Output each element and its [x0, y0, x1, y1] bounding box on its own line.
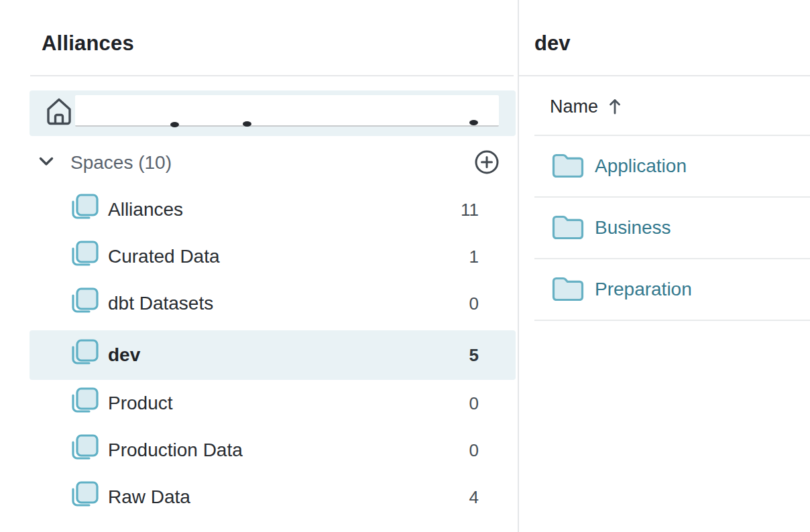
- home-icon: [45, 96, 73, 131]
- folder-list: Application Business Preparation: [534, 136, 810, 321]
- space-item-count: 11: [461, 200, 479, 220]
- home-row[interactable]: [30, 90, 516, 136]
- space-item-label: Product: [108, 393, 173, 414]
- space-item-label: Raw Data: [108, 486, 190, 508]
- chevron-down-icon[interactable]: [39, 157, 54, 169]
- folder-link[interactable]: Business: [595, 217, 671, 239]
- space-icon: [69, 339, 99, 371]
- folder-row-application[interactable]: Application: [534, 136, 810, 198]
- space-item-production-data[interactable]: Production Data 0: [30, 427, 516, 474]
- space-item-alliances[interactable]: Alliances 11: [30, 186, 516, 233]
- name-header-label: Name: [550, 96, 598, 117]
- sidebar-title: Alliances: [42, 31, 134, 56]
- space-icon: [69, 194, 99, 226]
- space-item-product[interactable]: Product 0: [30, 380, 516, 427]
- redaction-descender: [243, 121, 251, 127]
- space-icon: [69, 481, 99, 513]
- panel-title-divider: [519, 75, 810, 76]
- space-item-count: 5: [469, 345, 479, 366]
- space-icon: [69, 387, 99, 419]
- space-item-dbt-datasets[interactable]: dbt Datasets 0: [30, 280, 516, 327]
- sidebar: Alliances Spaces (10): [0, 0, 518, 532]
- space-item-label: dev: [108, 344, 140, 366]
- space-item-label: Production Data: [108, 440, 243, 461]
- space-item-count: 0: [469, 293, 479, 314]
- space-item-label: dbt Datasets: [108, 293, 213, 314]
- redacted-home-label: [75, 95, 499, 127]
- space-item-count: 0: [469, 393, 479, 414]
- space-item-dev[interactable]: dev 5: [30, 330, 516, 380]
- space-item-curated-data[interactable]: Curated Data 1: [30, 233, 516, 280]
- folder-link[interactable]: Preparation: [595, 279, 692, 300]
- space-list: Alliances 11 Curated Data 1: [30, 186, 516, 521]
- sort-ascending-icon: [608, 97, 622, 116]
- spaces-section-label[interactable]: Spaces (10): [70, 152, 172, 174]
- space-icon: [69, 287, 99, 320]
- panel-title: dev: [534, 31, 570, 56]
- app-root: Alliances Spaces (10): [0, 0, 810, 532]
- space-item-label: Curated Data: [108, 246, 220, 267]
- space-item-count: 0: [469, 440, 479, 461]
- name-column-header[interactable]: Name: [550, 94, 622, 119]
- folder-link[interactable]: Application: [595, 155, 687, 177]
- space-icon: [69, 241, 99, 273]
- sidebar-title-divider: [30, 75, 514, 76]
- redaction-descender: [170, 122, 179, 127]
- space-item-count: 1: [469, 247, 479, 267]
- space-item-raw-data[interactable]: Raw Data 4: [30, 474, 516, 521]
- folder-row-business[interactable]: Business: [534, 198, 810, 259]
- space-item-label: Alliances: [108, 199, 183, 220]
- space-icon: [69, 434, 99, 466]
- add-space-button[interactable]: [473, 149, 500, 176]
- space-item-count: 4: [469, 487, 479, 508]
- folder-icon: [552, 152, 584, 180]
- folder-icon: [552, 275, 584, 304]
- folder-row-preparation[interactable]: Preparation: [534, 259, 810, 321]
- spaces-section-header: Spaces (10): [30, 146, 516, 180]
- folder-icon: [552, 214, 584, 242]
- redaction-descender: [469, 120, 478, 125]
- detail-panel: dev Name Application: [519, 0, 810, 532]
